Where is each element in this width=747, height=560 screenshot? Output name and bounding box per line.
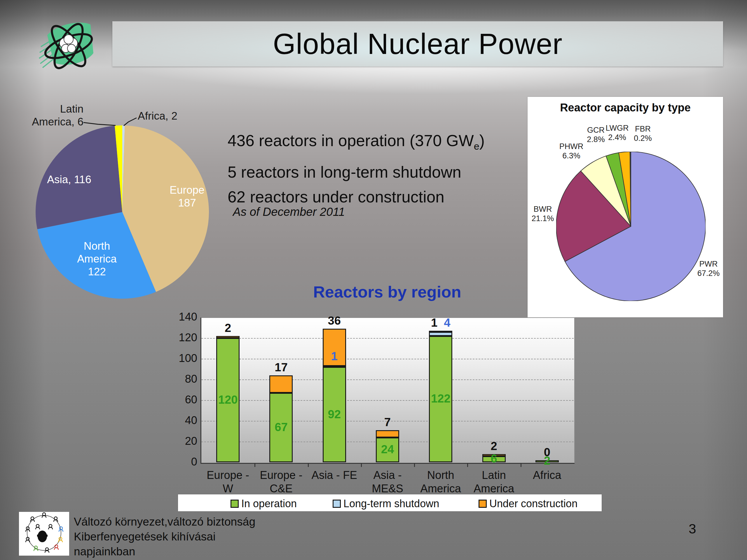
bar-segment-under-construction	[216, 336, 239, 338]
bar-value-under-construction: 2	[225, 321, 231, 335]
y-tick-label: 120	[171, 331, 197, 344]
legend-label: Long-term shutdown	[343, 498, 439, 510]
title-banner: Global Nuclear Power	[112, 21, 723, 66]
fact-shutdown: 5 reactors in long-term shutdown	[228, 163, 461, 181]
gridline	[201, 359, 574, 359]
bar-value-under-construction: 7	[384, 416, 391, 429]
footer-logo-icon	[19, 512, 69, 556]
x-axis-tick	[414, 463, 415, 467]
footer-line-1: Változó környezet,változó biztonság	[74, 514, 255, 529]
bar-value-under-construction: 2	[490, 439, 497, 453]
bar-value-in-operation: 120	[201, 393, 254, 406]
y-tick-label: 0	[171, 456, 197, 468]
bar-value-under-construction: 1	[431, 316, 437, 329]
page-number: 3	[689, 521, 696, 537]
fact-construction: 62 reactors under construction	[228, 188, 444, 206]
bar-top-labels: 2	[201, 321, 254, 335]
y-tick-label: 20	[171, 435, 197, 447]
gridline	[201, 379, 574, 380]
legend-swatch-blue	[333, 500, 341, 508]
reactor-capacity-pie	[556, 152, 705, 301]
bar-value-long-term-shutdown: 1	[308, 350, 361, 363]
bar-chart-title: Reactors by region	[256, 282, 518, 301]
bar-segment-under-construction	[269, 375, 293, 393]
as-of-date: As of December 2011	[233, 205, 345, 218]
bar-segment-under-construction	[429, 331, 452, 332]
legend-label: In operation	[241, 498, 297, 510]
subscript-e: e	[474, 140, 480, 152]
capacity-label-bwr: BWR 21.1%	[524, 205, 562, 223]
capacity-label-phwr: PHWR 6.3%	[552, 142, 590, 160]
bar-top-labels: 17	[254, 361, 308, 374]
x-category-label: Asia - FE	[308, 469, 361, 482]
bar-value-under-construction: 0	[544, 446, 550, 459]
bar-top-labels: 14	[414, 316, 467, 329]
y-tick-label: 140	[171, 311, 197, 323]
x-category-label: North America	[414, 469, 467, 495]
bar-value-under-construction: 36	[328, 314, 341, 327]
x-category-label: Asia - ME&S	[361, 469, 414, 495]
pie-label-north-america: North America 122	[68, 240, 126, 278]
y-tick-label: 80	[171, 373, 197, 385]
x-category-label: Europe - C&E	[254, 469, 308, 495]
bar-value-in-operation: 6	[467, 452, 520, 465]
bar-value-under-construction: 17	[275, 361, 288, 374]
bar-top-labels: 2	[467, 439, 520, 453]
y-tick-label: 60	[171, 394, 197, 406]
footer-line-2: Kiberfenyegetések kihívásai	[74, 529, 255, 544]
x-category-label: Latin America	[467, 469, 520, 495]
bar-top-labels: 0	[520, 446, 574, 459]
bar-top-labels: 36	[308, 314, 361, 327]
capacity-pie-title: Reactor capacity by type	[527, 102, 723, 114]
y-tick-label: 100	[171, 352, 197, 365]
x-category-label: Africa	[520, 469, 574, 482]
bar-value-long-term-shutdown: 4	[444, 316, 450, 329]
x-axis-tick	[254, 463, 255, 467]
legend-swatch-green	[231, 500, 239, 508]
atom-logo-icon	[35, 12, 98, 85]
slide: Global Nuclear Power Latin America, 6 Af…	[0, 0, 747, 560]
pie-leader-lines	[0, 96, 233, 213]
x-category-label: Europe - W	[201, 469, 254, 495]
bar-top-labels: 7	[361, 416, 414, 429]
footer-line-3: napjainkban	[74, 544, 255, 559]
bar-value-in-operation: 92	[308, 408, 361, 421]
bar-value-in-operation: 67	[254, 421, 308, 434]
gridline	[201, 400, 574, 401]
legend-item-shutdown: Long-term shutdown	[333, 498, 439, 510]
legend-item-in-operation: In operation	[231, 498, 297, 510]
gridline	[201, 338, 574, 339]
fact-in-operation: 436 reactors in operation (370 GWe)	[228, 131, 485, 152]
bar-segment-long-term-shutdown	[429, 332, 452, 336]
y-tick-label: 40	[171, 414, 197, 427]
x-axis-tick	[361, 463, 362, 467]
legend-label: Under construction	[489, 498, 577, 510]
capacity-label-pwr: PWR 67.2%	[690, 259, 727, 278]
bar-segment-long-term-shutdown	[323, 366, 346, 368]
page-title: Global Nuclear Power	[273, 27, 563, 61]
legend-item-construction: Under construction	[479, 498, 577, 510]
capacity-label-fbr: FBR 0.2%	[624, 124, 662, 143]
bar-value-in-operation: 24	[361, 443, 414, 456]
footer-text: Változó környezet,változó biztonság Kibe…	[74, 514, 255, 559]
legend-swatch-orange	[479, 500, 487, 508]
bar-segment-under-construction	[376, 430, 399, 437]
bar-value-in-operation: 122	[414, 392, 467, 405]
x-axis-tick	[308, 463, 309, 467]
